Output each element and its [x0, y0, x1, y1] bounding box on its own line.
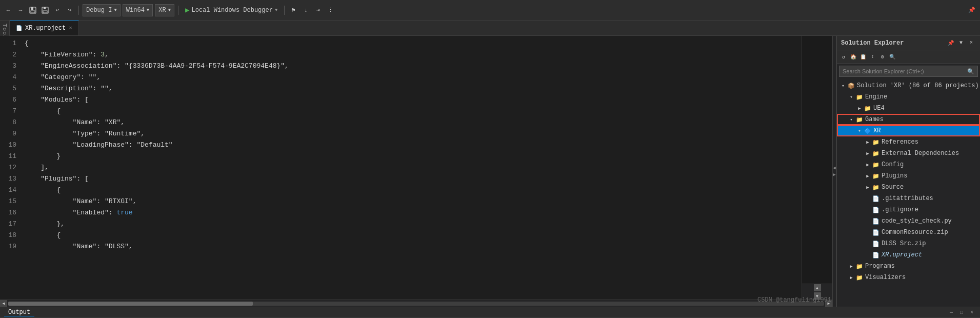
tree-item-programs[interactable]: ▶ 📁 Programs — [837, 261, 980, 272]
se-settings-btn[interactable]: ⚙ — [878, 52, 887, 62]
project-label: XR — [158, 7, 166, 14]
tree-label-codestyle: code_style_check.py — [882, 217, 952, 225]
tree-item-games[interactable]: ▾ 📁 Games — [837, 114, 980, 125]
se-search-input[interactable] — [843, 68, 965, 74]
toolbox-panel[interactable]: Toolbox — [0, 21, 10, 36]
tree-file-icon-commonres: 📄 — [872, 228, 880, 236]
code-line: } — [21, 151, 802, 162]
tree-item-config[interactable]: ▶ 📁 Config — [837, 159, 980, 170]
save-icon[interactable] — [40, 5, 50, 15]
divider-up-arrow: ◀ — [833, 165, 835, 171]
run-dropdown-arrow: ▼ — [275, 8, 277, 13]
h-scrollbar[interactable]: ◀ ▶ — [0, 300, 832, 307]
run-button[interactable]: ▶ Local Windows Debugger ▼ — [182, 5, 281, 15]
se-pin-btn[interactable]: 📌 — [946, 38, 955, 48]
main-content: 12345678910111213141516171819 { "FileVer… — [0, 36, 980, 307]
se-search-icon: 🔍 — [967, 68, 974, 75]
tree-item-extdeps[interactable]: ▶ 📁 External Dependencies — [837, 148, 980, 159]
output-maximize-btn[interactable]: □ — [957, 308, 966, 316]
code-line: { — [21, 185, 802, 196]
tab-label: XR.uproject — [25, 25, 66, 32]
scroll-left-btn[interactable]: ◀ — [0, 300, 7, 307]
tree-item-gitattrs[interactable]: 📄 .gitattributes — [837, 193, 980, 204]
tree-label-config: Config — [882, 161, 904, 168]
divider-down-arrow: ▶ — [833, 172, 835, 177]
tree-arrow-ue4: ▶ — [855, 106, 864, 111]
tree-file-icon-gitignore: 📄 — [872, 206, 880, 214]
code-editor: 12345678910111213141516171819 { "FileVer… — [0, 36, 832, 307]
tree-label-ue4: UE4 — [873, 105, 885, 112]
se-dropdown-btn[interactable]: ▼ — [956, 38, 966, 48]
misc-icon[interactable]: ⋮ — [325, 5, 335, 15]
tree-item-plugins[interactable]: ▶ 📁 Plugins — [837, 170, 980, 182]
tree-item-solution[interactable]: ▾ 📦 Solution 'XR' (86 of 86 projects) — [837, 80, 980, 91]
undo-icon[interactable]: ↩ — [52, 5, 63, 15]
tree-file-icon-programs: 📁 — [855, 262, 864, 270]
se-title: Solution Explorer — [841, 39, 904, 47]
code-line: }, — [21, 218, 802, 230]
output-bar: Output — □ × — [0, 307, 980, 318]
redo-icon[interactable]: ↪ — [65, 5, 75, 15]
tree-item-codestyle[interactable]: 📄 code_style_check.py — [837, 215, 980, 227]
tree-item-commonres[interactable]: 📄 CommonResource.zip — [837, 227, 980, 238]
tree-item-source[interactable]: ▶ 📁 Source — [837, 182, 980, 193]
tree-label-source: Source — [882, 184, 904, 191]
tree-file-icon-extdeps: 📁 — [872, 149, 880, 157]
step-into-icon[interactable]: ⇣ — [301, 5, 311, 15]
tree-item-ue4[interactable]: ▶ 📁 UE4 — [837, 103, 980, 114]
step-over-icon[interactable]: ⇥ — [313, 5, 323, 15]
bookmark-icon[interactable]: ⚑ — [288, 5, 298, 15]
se-toolbar: ↺ 🏠 📋 ↕ ⚙ 🔍 — [837, 50, 980, 64]
svg-rect-4 — [44, 7, 46, 9]
tree-item-refs[interactable]: ▶ 📁 References — [837, 136, 980, 148]
tree-arrow-programs: ▶ — [847, 264, 855, 269]
tree-file-icon-gitattrs: 📄 — [872, 194, 880, 203]
se-sort-btn[interactable]: ↕ — [868, 52, 877, 62]
tree-item-uproject[interactable]: 📄 XR.uproject — [837, 249, 980, 261]
tree-file-icon-visualiz: 📁 — [855, 273, 864, 282]
se-home-btn[interactable]: 🏠 — [849, 52, 858, 62]
back-icon[interactable]: ← — [3, 5, 13, 15]
tab-close-icon[interactable]: × — [69, 25, 72, 31]
code-line: "Description": "", — [21, 83, 802, 94]
code-content[interactable]: { "FileVersion": 3, "EngineAssociation":… — [21, 36, 802, 300]
debug-config-dropdown[interactable]: Debug I ▼ — [83, 4, 121, 16]
active-tab[interactable]: 📄 XR.uproject × — [10, 21, 79, 35]
scroll-up-btn[interactable]: ▲ — [814, 284, 821, 291]
code-line: "EngineAssociation": "{3336D73B-4AA9-2F5… — [21, 61, 802, 72]
tree-label-uproject: XR.uproject — [882, 251, 922, 259]
tree-file-icon-games: 📁 — [855, 115, 864, 124]
svg-rect-1 — [31, 7, 33, 10]
sep1 — [78, 6, 79, 15]
h-scrollbar-thumb — [8, 302, 253, 306]
tree-item-dlss[interactable]: 📄 DLSS Src.zip — [837, 238, 980, 249]
se-search-filter-btn[interactable]: 🔍 — [888, 52, 897, 62]
se-refresh-btn[interactable]: ↺ — [839, 52, 848, 62]
tree-item-visualiz[interactable]: ▶ 📁 Visualizers — [837, 272, 980, 283]
se-close-btn[interactable]: × — [967, 38, 976, 48]
pin-icon[interactable]: 📌 — [967, 5, 977, 15]
code-line: "Type": "Runtime", — [21, 128, 802, 140]
output-close-btn[interactable]: × — [968, 308, 976, 316]
run-icon: ▶ — [185, 6, 189, 14]
tree-label-commonres: CommonResource.zip — [882, 229, 948, 236]
platform-arrow: ▼ — [147, 8, 149, 13]
se-clipboard-btn[interactable]: 📋 — [858, 52, 868, 62]
tree-arrow-engine: ▾ — [847, 94, 855, 100]
se-search-box[interactable]: 🔍 — [839, 66, 978, 77]
tree-item-xr[interactable]: ▾ 🔷 XR — [837, 125, 980, 136]
panel-divider[interactable]: ◀ ▶ — [832, 36, 836, 307]
tree-arrow-xr: ▾ — [855, 128, 864, 134]
output-tab[interactable]: Output — [4, 309, 34, 316]
code-line: { — [21, 106, 802, 117]
save-all-icon[interactable] — [28, 5, 38, 15]
project-dropdown[interactable]: XR ▼ — [155, 4, 174, 16]
tree-file-icon-uproject: 📄 — [872, 251, 880, 259]
se-header-icons: 📌 ▼ × — [946, 38, 976, 48]
output-minimize-btn[interactable]: — — [947, 308, 955, 316]
tree-item-gitignore[interactable]: 📄 .gitignore — [837, 204, 980, 215]
tree-item-engine[interactable]: ▾ 📁 Engine — [837, 91, 980, 103]
platform-dropdown[interactable]: Win64 ▼ — [123, 4, 153, 16]
forward-icon[interactable]: → — [15, 5, 26, 15]
tree-file-icon-dlss: 📄 — [872, 240, 880, 248]
